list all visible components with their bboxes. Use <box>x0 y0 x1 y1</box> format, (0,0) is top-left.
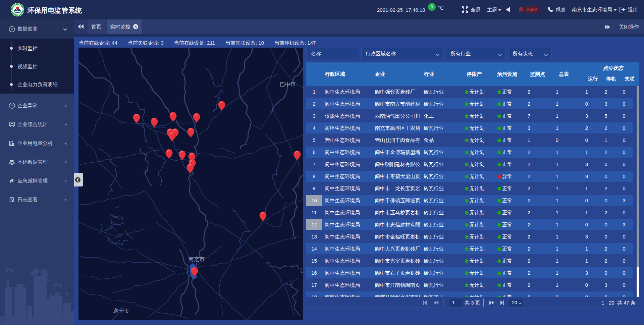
svg-text:南充市: 南充市 <box>189 256 205 262</box>
svg-text:遂宁市: 遂宁市 <box>113 308 129 314</box>
svg-text:巴中市: 巴中市 <box>280 82 296 87</box>
